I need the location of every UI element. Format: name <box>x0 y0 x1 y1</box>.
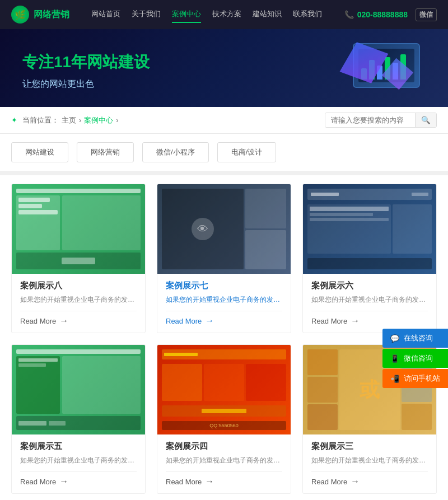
readmore-label-5: Read More <box>166 478 202 486</box>
logo: 🌿 网络营销 <box>11 6 69 24</box>
case-title-2: 案例展示七 <box>166 281 282 291</box>
case-desc-6: 如果您的开始重视企业电子商务的发展，建... <box>311 455 428 466</box>
case-img-mock-4 <box>12 345 145 434</box>
nav-item-home[interactable]: 网站首页 <box>91 6 120 23</box>
mobile-icon: 📲 <box>390 375 399 383</box>
breadcrumb-sep2: › <box>116 116 118 124</box>
search-input[interactable] <box>325 113 415 127</box>
readmore-label-2: Read More <box>166 317 202 325</box>
logo-icon: 🌿 <box>11 6 29 24</box>
filter-btn-website[interactable]: 网站建设 <box>11 142 68 162</box>
case-img-5[interactable]: QQ:5550560 <box>157 345 291 434</box>
case-card-5: QQ:5550560 案例展示四 如果您的开始重视企业电子商务的发展，建... … <box>157 344 291 494</box>
case-title-5: 案例展示四 <box>166 441 282 452</box>
filter-btn-wechat[interactable]: 微信/小程序 <box>142 142 209 162</box>
filter-btn-ecommerce[interactable]: 电商/设计 <box>217 142 277 162</box>
case-img-mock-1 <box>12 184 145 274</box>
readmore-label-3: Read More <box>311 317 347 325</box>
case-img-mock-5: QQ:5550560 <box>157 345 291 434</box>
readmore-arrow-3: → <box>351 316 360 326</box>
case-body-2: 案例展示七 如果您的开始重视企业电子商务的发展，建... Read More → <box>157 274 291 333</box>
phone-icon: 📞 <box>344 10 354 19</box>
float-buttons: 💬 在线咨询 📱 微信咨询 📲 访问手机站 <box>382 329 448 388</box>
breadcrumb: ✦ 当前位置： 主页 › 案例中心 › <box>11 115 119 125</box>
section-divider-1 <box>0 171 448 175</box>
case-body-6: 案例展示三 如果您的开始重视企业电子商务的发展，建... Read More → <box>303 434 436 493</box>
readmore-label-6: Read More <box>311 478 347 486</box>
nav-item-about[interactable]: 关于我们 <box>132 6 161 23</box>
filter-bar: 网站建设 网络营销 微信/小程序 电商/设计 <box>0 134 448 171</box>
readmore-arrow-4: → <box>59 476 68 487</box>
float-btn-mobile[interactable]: 📲 访问手机站 <box>382 369 448 388</box>
breadcrumb-prefix: 当前位置： <box>22 115 59 125</box>
case-readmore-6[interactable]: Read More → <box>311 471 428 487</box>
case-readmore-3[interactable]: Read More → <box>311 311 428 326</box>
case-card-1: 案例展示八 如果您的开始重视企业电子商务的发展，建... Read More → <box>11 184 146 333</box>
hero-section: 专注11年网站建设 让您的网站更出色 <box>0 29 448 107</box>
case-body-1: 案例展示八 如果您的开始重视企业电子商务的发展，建... Read More → <box>12 274 145 333</box>
case-card-2: 👁 案例展示七 如果您的开始重视企业电子商务的发展，建... Read More… <box>157 184 291 333</box>
phone-number: 020-88888888 <box>357 10 408 19</box>
case-desc-4: 如果您的开始重视企业电子商务的发展，建... <box>20 455 137 466</box>
case-img-2[interactable]: 👁 <box>157 184 291 274</box>
logo-text: 网络营销 <box>34 9 69 21</box>
float-btn-consult[interactable]: 💬 在线咨询 <box>382 329 448 348</box>
case-img-1[interactable] <box>12 184 145 274</box>
cases-grid: 案例展示八 如果您的开始重视企业电子商务的发展，建... Read More →… <box>11 184 437 494</box>
cases-section: 案例展示八 如果您的开始重视企业电子商务的发展，建... Read More →… <box>0 175 448 500</box>
nav-item-knowledge[interactable]: 建站知识 <box>253 6 282 23</box>
case-img-4[interactable] <box>12 345 145 434</box>
mobile-label: 访问手机站 <box>404 373 440 384</box>
case-body-5: 案例展示四 如果您的开始重视企业电子商务的发展，建... Read More → <box>157 434 291 493</box>
case-card-3: 案例展示六 如果您的开始重视企业电子商务的发展，建... Read More → <box>302 184 437 333</box>
header-phone: 📞 020-88888888 微信 <box>344 8 437 21</box>
case-readmore-4[interactable]: Read More → <box>20 471 137 487</box>
case-title-6: 案例展示三 <box>311 441 428 452</box>
breadcrumb-home[interactable]: 主页 <box>62 115 76 125</box>
case-img-mock-2: 👁 <box>157 184 291 274</box>
readmore-label-4: Read More <box>20 478 56 486</box>
wechat-float-icon: 📱 <box>390 354 399 363</box>
breadcrumb-icon: ✦ <box>11 116 17 124</box>
wechat-float-label: 微信咨询 <box>404 353 433 363</box>
case-readmore-5[interactable]: Read More → <box>166 471 282 487</box>
nav-item-cases[interactable]: 案例中心 <box>172 6 201 23</box>
case-title-1: 案例展示八 <box>20 281 137 291</box>
filter-btn-marketing[interactable]: 网络营销 <box>77 142 134 162</box>
breadcrumb-bar: ✦ 当前位置： 主页 › 案例中心 › 🔍 <box>0 107 448 134</box>
case-readmore-1[interactable]: Read More → <box>20 311 137 326</box>
breadcrumb-current: 案例中心 <box>84 115 113 125</box>
readmore-label-1: Read More <box>20 317 56 325</box>
case-img-3[interactable] <box>303 184 436 274</box>
consult-label: 在线咨询 <box>404 333 433 343</box>
consult-icon: 💬 <box>390 334 399 343</box>
case-readmore-2[interactable]: Read More → <box>166 311 282 326</box>
case-body-4: 案例展示五 如果您的开始重视企业电子商务的发展，建... Read More → <box>12 434 145 493</box>
float-btn-wechat[interactable]: 📱 微信咨询 <box>382 349 448 368</box>
readmore-arrow-6: → <box>351 476 360 487</box>
case-title-4: 案例展示五 <box>20 441 137 452</box>
wechat-icon: 微信 <box>416 8 437 21</box>
pagination: 首页 1 2 下一页 末页 <box>11 494 437 500</box>
case-desc-3: 如果您的开始重视企业电子商务的发展，建... <box>311 295 428 305</box>
case-body-3: 案例展示六 如果您的开始重视企业电子商务的发展，建... Read More → <box>303 274 436 333</box>
search-button[interactable]: 🔍 <box>415 113 436 127</box>
search-box: 🔍 <box>325 113 437 128</box>
nav-item-tech[interactable]: 技术方案 <box>212 6 241 23</box>
hero-decoration <box>314 35 426 102</box>
nav-item-contact[interactable]: 联系我们 <box>293 6 322 23</box>
breadcrumb-sep1: › <box>79 116 81 124</box>
case-title-3: 案例展示六 <box>311 281 428 291</box>
case-desc-5: 如果您的开始重视企业电子商务的发展，建... <box>166 455 282 466</box>
case-desc-2: 如果您的开始重视企业电子商务的发展，建... <box>166 295 282 305</box>
header: 🌿 网络营销 网站首页 关于我们 案例中心 技术方案 建站知识 联系我们 📞 0… <box>0 0 448 29</box>
readmore-arrow-1: → <box>59 316 68 326</box>
readmore-arrow-5: → <box>205 476 214 487</box>
case-card-4: 案例展示五 如果您的开始重视企业电子商务的发展，建... Read More → <box>11 344 146 494</box>
readmore-arrow-2: → <box>205 316 214 326</box>
case-desc-1: 如果您的开始重视企业电子商务的发展，建... <box>20 295 137 305</box>
main-nav: 网站首页 关于我们 案例中心 技术方案 建站知识 联系我们 <box>91 6 322 23</box>
case-img-mock-3 <box>303 184 436 274</box>
